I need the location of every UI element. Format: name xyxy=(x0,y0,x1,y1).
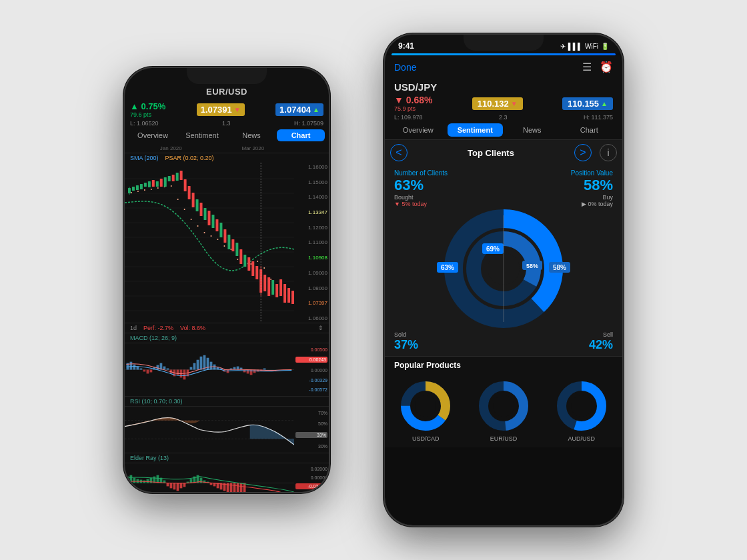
svg-point-178 xyxy=(415,395,436,417)
popular-title: Popular Products xyxy=(394,361,613,370)
elder-label: Elder Ray (13) xyxy=(125,453,329,463)
svg-rect-51 xyxy=(192,193,195,207)
sell-label: Sell xyxy=(589,331,613,338)
done-button[interactable]: Done xyxy=(394,62,416,73)
tab-bar-2: Overview Sentiment News Chart xyxy=(385,121,622,139)
svg-rect-121 xyxy=(263,369,266,370)
svg-rect-115 xyxy=(243,370,246,373)
svg-point-17 xyxy=(177,199,179,200)
position-pct: 58% xyxy=(571,177,613,194)
svg-rect-82 xyxy=(133,365,136,370)
tab-sentiment-2[interactable]: Sentiment xyxy=(448,123,504,137)
svg-point-184 xyxy=(571,395,592,417)
tab-overview-2[interactable]: Overview xyxy=(390,123,446,137)
nav-bar: Done ☰ ⏰ xyxy=(385,55,622,79)
svg-rect-65 xyxy=(247,257,250,271)
svg-point-26 xyxy=(237,259,238,260)
svg-text:69%: 69% xyxy=(486,245,500,253)
popular-item-usdcad: USD/CAD xyxy=(389,379,463,442)
bid-price-box-2: 110.132 ▼ xyxy=(472,97,523,110)
svg-rect-70 xyxy=(263,275,266,291)
svg-rect-60 xyxy=(227,235,230,249)
status-icons: ✈ ▌▌▌ WiFi 🔋 xyxy=(560,43,609,50)
svg-rect-46 xyxy=(172,175,175,181)
pair-title-2: USD/JPY xyxy=(385,79,622,93)
svg-rect-75 xyxy=(283,284,286,303)
svg-point-24 xyxy=(223,245,225,247)
popular-item-eurusd: EUR/USD xyxy=(467,379,541,442)
alarm-icon[interactable]: ⏰ xyxy=(600,61,613,73)
ask-price-2: 110.155 xyxy=(568,99,599,109)
svg-rect-56 xyxy=(211,215,214,228)
bottom-stats: Sold 37% Sell 42% xyxy=(385,329,622,356)
low-value: L: 1.06520 xyxy=(130,120,159,127)
svg-rect-101 xyxy=(197,360,199,370)
popular-label-eurusd: EUR/USD xyxy=(490,435,518,442)
tab-overview[interactable]: Overview xyxy=(129,129,177,141)
location-icon: ✈ xyxy=(560,43,566,50)
phone-screen-2: 9:41 ✈ ▌▌▌ WiFi 🔋 Done ☰ ⏰ USD/JPY xyxy=(385,35,622,525)
nav-icons: ☰ ⏰ xyxy=(582,61,613,73)
svg-rect-58 xyxy=(219,223,222,237)
svg-rect-159 xyxy=(240,483,243,493)
phone-eurusd: EUR/USD ▲ 0.75% 79.6 pts 1.07391 ▼ 1.074… xyxy=(123,67,330,493)
bid-price-box: 1.07391 ▼ xyxy=(197,103,245,116)
tab-sentiment[interactable]: Sentiment xyxy=(178,129,226,141)
popular-products: USD/CAD EUR/USD xyxy=(385,374,622,447)
bought-pct: 63% xyxy=(394,177,448,194)
hl-row: L: 1.06520 1.3 H: 1.07509 xyxy=(125,120,329,127)
phone-screen: EUR/USD ▲ 0.75% 79.6 pts 1.07391 ▼ 1.074… xyxy=(125,68,329,492)
svg-rect-99 xyxy=(190,367,193,370)
low-value-2: L: 109.978 xyxy=(394,114,423,121)
next-button[interactable]: > xyxy=(574,144,592,161)
perf: Perf: -2.7% xyxy=(143,325,173,331)
svg-rect-42 xyxy=(156,181,159,187)
svg-rect-52 xyxy=(196,199,199,211)
change-indicator: ▲ 0.75% 79.6 pts xyxy=(130,101,165,118)
tab-news[interactable]: News xyxy=(227,129,275,141)
svg-rect-43 xyxy=(160,179,163,187)
timeframe: 1d xyxy=(130,325,137,331)
bid-arrow-2: ▼ xyxy=(511,100,518,107)
svg-rect-85 xyxy=(143,370,146,372)
info-button[interactable]: i xyxy=(600,144,617,161)
svg-point-28 xyxy=(250,263,251,265)
stats-row: Number of Clients 63% Bought ▼ 5% today … xyxy=(385,165,622,209)
svg-rect-156 xyxy=(230,483,233,493)
timeframe-bar: 1d Perf: -2.7% Vol: 8.6% ⇕ xyxy=(125,323,329,333)
svg-rect-157 xyxy=(233,483,236,493)
change-value: ▲ 0.75% xyxy=(130,101,165,111)
svg-rect-53 xyxy=(200,203,203,216)
tab-news-2[interactable]: News xyxy=(504,123,560,137)
tab-chart[interactable]: Chart xyxy=(277,129,325,141)
svg-text:63%: 63% xyxy=(441,264,454,271)
rsi-labels: 70% 50% 33% 30% xyxy=(294,407,329,453)
tab-chart-2[interactable]: Chart xyxy=(562,123,618,137)
svg-rect-97 xyxy=(183,370,186,380)
svg-rect-128 xyxy=(137,479,139,483)
svg-rect-72 xyxy=(271,280,274,295)
spread-value: 1.3 xyxy=(222,120,231,127)
svg-point-20 xyxy=(197,225,199,227)
main-chart: 1.16000 1.15000 1.14000 1.13347 1.12000 … xyxy=(125,163,329,323)
svg-rect-87 xyxy=(150,370,153,373)
svg-rect-76 xyxy=(287,288,290,303)
svg-rect-158 xyxy=(237,483,239,493)
popular-label-usdcad: USD/CAD xyxy=(412,435,440,442)
svg-rect-47 xyxy=(176,173,179,181)
svg-point-19 xyxy=(191,219,192,220)
svg-rect-67 xyxy=(255,266,258,279)
macd-label: MACD (12; 26; 9) xyxy=(125,333,329,343)
svg-rect-160 xyxy=(243,483,246,493)
svg-point-10 xyxy=(131,192,132,193)
prev-button[interactable]: < xyxy=(390,144,408,161)
rsi-current: 33% xyxy=(295,432,327,438)
svg-rect-81 xyxy=(130,362,133,370)
svg-rect-134 xyxy=(157,475,159,483)
svg-point-29 xyxy=(257,261,258,262)
price-row-2: ▼ 0.68% 75.9 pts 110.132 ▼ 110.155 ▲ xyxy=(385,93,622,114)
svg-rect-110 xyxy=(227,370,229,373)
list-icon[interactable]: ☰ xyxy=(582,61,592,73)
svg-rect-36 xyxy=(132,187,135,191)
ask-arrow-2: ▲ xyxy=(601,100,608,107)
